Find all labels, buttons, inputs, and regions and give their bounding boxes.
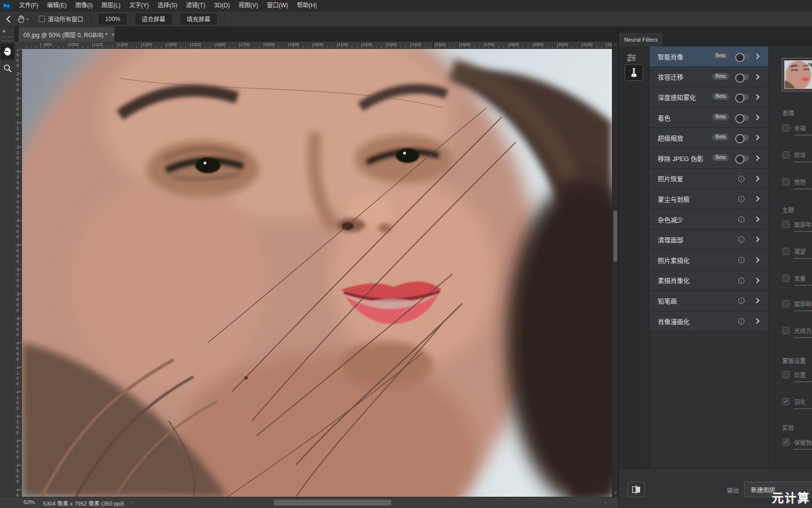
chevron-right-icon[interactable] bbox=[754, 257, 759, 262]
menu-item[interactable]: 滤镜(T) bbox=[181, 0, 209, 11]
filter-row[interactable]: 智能肖像Beta bbox=[650, 46, 768, 67]
filter-row[interactable]: 清理面部i bbox=[650, 230, 768, 250]
info-icon[interactable]: i bbox=[738, 196, 744, 202]
detail-checkbox[interactable]: ✓ bbox=[782, 398, 789, 405]
slider-track[interactable] bbox=[794, 310, 812, 311]
detail-checkbox[interactable] bbox=[782, 300, 789, 307]
filter-row[interactable]: 移除 JPEG 伪影Beta bbox=[650, 148, 768, 169]
filter-row[interactable]: 超级缩放Beta bbox=[650, 128, 768, 148]
filter-row[interactable]: 妆容迁移Beta bbox=[650, 67, 768, 88]
zoom-tool-button[interactable] bbox=[0, 60, 14, 76]
filter-toggle[interactable] bbox=[736, 53, 749, 60]
info-icon[interactable]: i bbox=[738, 176, 744, 182]
chevron-right-icon[interactable] bbox=[754, 115, 759, 120]
chevron-right-icon[interactable] bbox=[754, 135, 759, 140]
filter-toggle[interactable] bbox=[736, 94, 749, 100]
chevron-right-icon[interactable] bbox=[754, 237, 759, 242]
hand-tool-option-icon[interactable]: ▾ bbox=[17, 15, 28, 23]
menu-item[interactable]: 编辑(E) bbox=[43, 0, 71, 11]
filter-toggle[interactable] bbox=[736, 135, 749, 141]
neural-filters-tab[interactable]: Neural Filters bbox=[619, 33, 663, 46]
detail-checkbox[interactable] bbox=[782, 124, 789, 132]
document-tab[interactable]: 05.jpg @ 50% (图层 0, RGB/8) * × bbox=[19, 27, 114, 42]
chevron-right-icon[interactable] bbox=[754, 74, 759, 79]
slider-track[interactable] bbox=[794, 231, 812, 232]
detail-item-label: 面部朝向 bbox=[794, 300, 812, 308]
fill-screen-button[interactable]: 填充屏幕 bbox=[180, 14, 217, 24]
menu-item[interactable]: 窗口(W) bbox=[263, 0, 293, 11]
scroll-left-icon[interactable]: ‹ bbox=[131, 499, 133, 505]
chevron-right-icon[interactable] bbox=[754, 176, 759, 181]
filter-row[interactable]: 肖像漫画化i bbox=[650, 311, 768, 332]
slider-track[interactable] bbox=[794, 162, 812, 162]
slider-track[interactable] bbox=[794, 337, 812, 338]
detail-checkbox[interactable] bbox=[782, 248, 789, 255]
chevron-right-icon[interactable] bbox=[754, 318, 759, 323]
fit-screen-button[interactable]: 适合屏幕 bbox=[135, 14, 172, 24]
filter-row[interactable]: 铅笔画i bbox=[650, 291, 768, 311]
chevron-right-icon[interactable] bbox=[754, 298, 759, 303]
info-icon[interactable]: i bbox=[738, 277, 744, 284]
slider-track[interactable] bbox=[794, 188, 812, 189]
chevron-right-icon[interactable] bbox=[754, 53, 759, 59]
slider-track[interactable] bbox=[794, 285, 812, 286]
detail-checkbox[interactable] bbox=[782, 327, 789, 334]
hand-tool-button[interactable] bbox=[0, 43, 14, 60]
vertical-scrollbar[interactable]: ^ ∨ bbox=[612, 42, 618, 497]
all-filters-sliders-icon[interactable] bbox=[626, 53, 637, 62]
horizontal-scrollbar-thumb[interactable] bbox=[274, 500, 391, 506]
filter-row[interactable]: 着色Beta bbox=[650, 108, 768, 128]
detail-checkbox[interactable] bbox=[782, 151, 789, 159]
filter-toggle[interactable] bbox=[736, 74, 749, 80]
detail-checkbox[interactable] bbox=[782, 275, 789, 282]
info-icon[interactable]: i bbox=[738, 298, 744, 304]
filter-toggle[interactable] bbox=[736, 115, 749, 121]
filter-row[interactable]: 照片素描化i bbox=[650, 250, 768, 271]
zoom-100-button[interactable]: 100% bbox=[99, 14, 127, 24]
scroll-right-icon[interactable]: › bbox=[605, 499, 607, 505]
menu-item[interactable]: 文字(Y) bbox=[125, 0, 153, 11]
filter-row[interactable]: 照片恢复i bbox=[650, 169, 768, 189]
filter-row[interactable]: 杂色减少i bbox=[650, 209, 768, 230]
canvas[interactable] bbox=[22, 49, 612, 497]
info-icon[interactable]: i bbox=[738, 257, 744, 263]
filter-row[interactable]: 蒙尘与划痕i bbox=[650, 189, 768, 209]
split-preview-button[interactable] bbox=[628, 482, 645, 497]
detail-checkbox[interactable] bbox=[782, 178, 789, 185]
menu-item[interactable]: 帮助(H) bbox=[293, 0, 321, 11]
filter-toggle[interactable] bbox=[736, 155, 749, 162]
chevron-right-icon[interactable] bbox=[754, 216, 759, 222]
info-icon[interactable]: i bbox=[738, 318, 744, 324]
menu-item[interactable]: 3D(D) bbox=[210, 0, 234, 11]
expand-panel-icon[interactable]: » bbox=[0, 27, 15, 34]
slider-track[interactable] bbox=[794, 258, 812, 259]
slider-track[interactable] bbox=[794, 381, 812, 382]
info-icon[interactable]: i bbox=[738, 216, 744, 223]
menu-item[interactable]: 视图(V) bbox=[234, 0, 263, 11]
slider-track[interactable] bbox=[794, 449, 812, 450]
close-icon[interactable]: × bbox=[112, 31, 115, 38]
menu-item[interactable]: 图像(I) bbox=[71, 0, 97, 11]
chevron-right-icon[interactable] bbox=[754, 277, 759, 283]
menu-item[interactable]: 选择(S) bbox=[153, 0, 181, 11]
back-button[interactable] bbox=[0, 11, 17, 27]
detail-checkbox[interactable]: ✓ bbox=[782, 439, 789, 446]
detail-checkbox[interactable] bbox=[782, 371, 789, 378]
menu-item[interactable]: 图层(L) bbox=[97, 0, 125, 11]
scroll-all-windows-checkbox[interactable] bbox=[39, 16, 45, 22]
filter-row[interactable]: 素描肖像化i bbox=[650, 271, 768, 291]
status-menu-chevron-icon[interactable]: 〉 bbox=[122, 499, 127, 507]
chevron-right-icon[interactable] bbox=[754, 155, 759, 161]
beta-filters-flask-icon[interactable] bbox=[625, 64, 643, 81]
chevron-right-icon[interactable] bbox=[754, 94, 759, 100]
detail-checkbox[interactable] bbox=[782, 221, 789, 228]
grip-handle[interactable] bbox=[2, 36, 13, 41]
info-icon[interactable]: i bbox=[738, 236, 744, 243]
slider-track[interactable] bbox=[794, 135, 812, 136]
slider-track[interactable] bbox=[794, 408, 812, 409]
vertical-scrollbar-thumb[interactable] bbox=[613, 210, 617, 262]
chevron-right-icon[interactable] bbox=[754, 196, 759, 201]
zoom-level-field[interactable]: 50% bbox=[23, 499, 35, 505]
menu-item[interactable]: 文件(F) bbox=[15, 0, 43, 11]
filter-row[interactable]: 深度感知雾化Beta bbox=[650, 87, 768, 108]
